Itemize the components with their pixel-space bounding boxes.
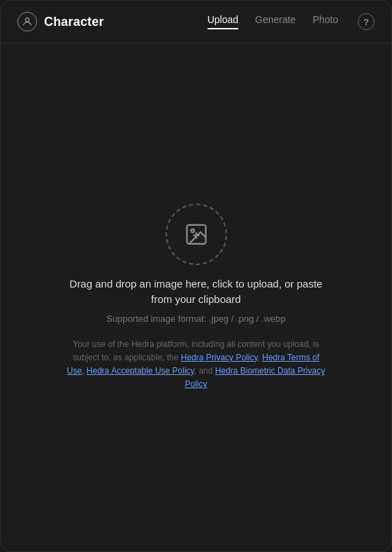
legal-sep2: , (82, 366, 87, 376)
avatar-icon (17, 12, 37, 31)
legal-link-aup[interactable]: Hedra Acceptable Use Policy (87, 366, 194, 376)
legal-sep3: , and (194, 366, 215, 376)
svg-point-0 (25, 18, 29, 22)
legal-link-privacy[interactable]: Hedra Privacy Policy (181, 353, 258, 362)
header-title: Character (44, 15, 104, 29)
header: Character Upload Generate Photo ? (1, 1, 391, 43)
svg-point-2 (191, 229, 194, 232)
help-icon[interactable]: ? (358, 13, 375, 30)
header-left: Character (17, 12, 104, 31)
nav-upload[interactable]: Upload (208, 14, 238, 29)
image-upload-icon (184, 222, 209, 247)
upload-title: Drag and drop an image here, click to up… (64, 276, 329, 308)
legal-text: Your use of the Hedra platform, includin… (64, 338, 329, 392)
nav-photo[interactable]: Photo (312, 14, 338, 29)
nav-generate[interactable]: Generate (255, 14, 296, 29)
main-content: Drag and drop an image here, click to up… (1, 43, 391, 551)
header-nav: Upload Generate Photo ? (208, 13, 375, 30)
upload-icon-circle[interactable] (166, 204, 227, 265)
app-container: Character Upload Generate Photo ? Drag a… (0, 0, 392, 552)
upload-formats: Supported image format: .jpeg / .png / .… (106, 313, 286, 324)
upload-area[interactable]: Drag and drop an image here, click to up… (64, 204, 329, 392)
